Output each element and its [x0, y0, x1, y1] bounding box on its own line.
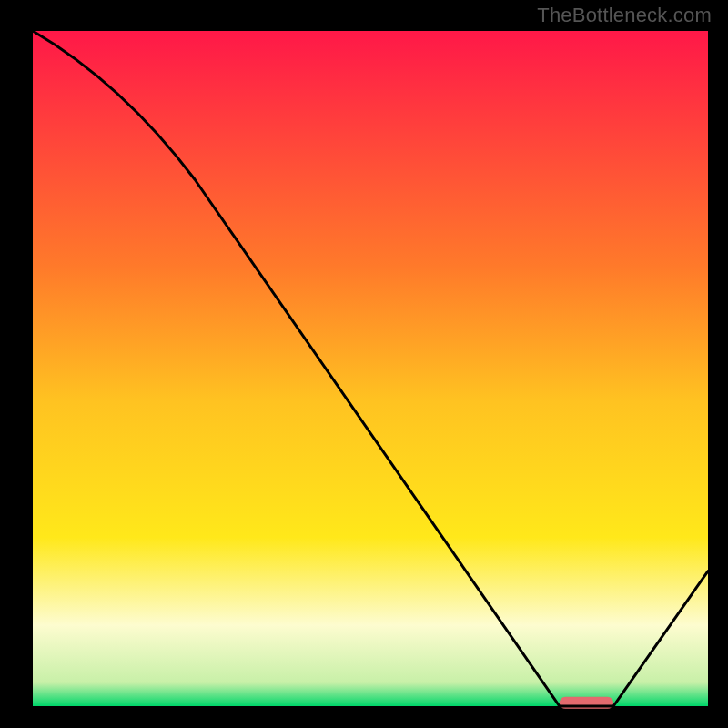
attribution-label: TheBottleneck.com: [537, 4, 712, 27]
bottleneck-chart: [0, 0, 728, 728]
chart-container: TheBottleneck.com: [0, 0, 728, 728]
plot-background: [33, 31, 708, 706]
